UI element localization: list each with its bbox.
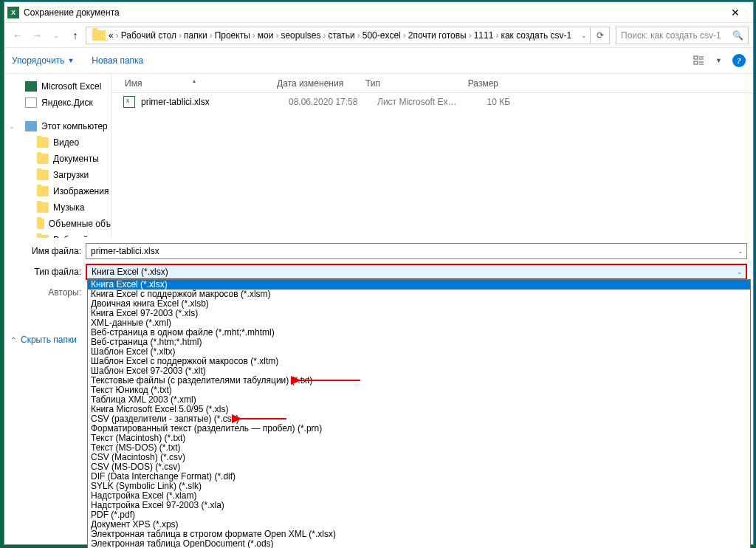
column-headers: Имя▴ Дата изменения Тип Размер <box>111 74 753 93</box>
filetype-dropdown[interactable]: Книга Excel (*.xlsx)Книга Excel с поддер… <box>87 279 751 548</box>
chevron-up-icon: ⌃ <box>10 336 16 344</box>
file-row[interactable]: primer-tablici.xlsx 08.06.2020 17:58 Лис… <box>111 93 753 111</box>
sidebar-folder[interactable]: Загрузки <box>4 167 111 183</box>
filetype-option[interactable]: Текст (MS-DOS) (*.txt) <box>88 443 750 453</box>
folder-icon <box>37 186 49 196</box>
sidebar-folder[interactable]: Музыка <box>4 199 111 216</box>
folder-icon <box>37 137 49 148</box>
folder-icon <box>37 235 49 238</box>
breadcrumb-item[interactable]: seopulses <box>281 30 320 41</box>
filetype-option[interactable]: CSV (MS-DOS) (*.csv) <box>88 462 750 472</box>
filetype-option[interactable]: Надстройка Excel (*.xlam) <box>88 491 750 501</box>
refresh-button[interactable]: ⟳ <box>591 27 610 44</box>
filetype-option[interactable]: Шаблон Excel (*.xltx) <box>88 347 750 357</box>
breadcrumb-separator: › <box>275 30 278 41</box>
breadcrumb-separator: › <box>210 30 213 41</box>
filetype-option[interactable]: CSV (Macintosh) (*.csv) <box>88 453 750 462</box>
breadcrumb-item[interactable]: 500-excel <box>362 30 401 41</box>
breadcrumb-item[interactable]: статьи <box>328 30 354 41</box>
chevron-down-icon[interactable]: ⌄ <box>738 247 743 255</box>
forward-button[interactable]: → <box>28 27 46 44</box>
filetype-option[interactable]: CSV (разделители - запятые) (*.csv) <box>88 414 750 424</box>
breadcrumb-item[interactable]: 2почти готовы <box>408 30 467 41</box>
filetype-option[interactable]: Веб-страница в одном файле (*.mht;*.mhtm… <box>88 328 750 338</box>
filetype-option[interactable]: Таблица XML 2003 (*.xml) <box>88 395 750 405</box>
search-input[interactable]: Поиск: как создать csv-1 🔍 <box>616 27 749 44</box>
breadcrumb-item[interactable]: Рабочий стол <box>121 30 176 41</box>
sidebar-folder[interactable]: Изображения <box>4 183 111 199</box>
folder-icon <box>37 202 49 213</box>
folder-icon <box>37 219 44 229</box>
folder-icon <box>92 30 106 41</box>
search-placeholder: Поиск: как создать csv-1 <box>621 30 721 41</box>
filetype-option[interactable]: Шаблон Excel 97-2003 (*.xlt) <box>88 366 750 376</box>
filetype-option[interactable]: Форматированный текст (разделитель — про… <box>88 424 750 434</box>
breadcrumb-separator: › <box>403 30 406 41</box>
sidebar-folder[interactable]: Документы <box>4 151 111 167</box>
back-button[interactable]: ← <box>9 27 27 44</box>
filetype-option[interactable]: DIF (Data Interchange Format) (*.dif) <box>88 472 750 482</box>
excel-icon <box>25 81 37 92</box>
breadcrumb-item[interactable]: мои <box>258 30 274 41</box>
breadcrumb-item[interactable]: Проекты <box>215 30 250 41</box>
breadcrumb-separator: › <box>179 30 182 41</box>
filename-label: Имя файла: <box>4 246 86 256</box>
sidebar-folder[interactable]: Видео <box>4 134 111 151</box>
view-dropdown[interactable]: ▼ <box>715 57 722 64</box>
col-size[interactable]: Размер <box>447 78 498 89</box>
chevron-down-icon[interactable]: ⌄ <box>737 268 743 275</box>
breadcrumb-separator: › <box>469 30 472 41</box>
filetype-option[interactable]: Текстовые файлы (с разделителями табуляц… <box>88 376 750 386</box>
recent-button[interactable]: ⌄ <box>47 27 65 44</box>
filetype-option[interactable]: Электронная таблица в строгом формате Op… <box>88 530 750 539</box>
help-button[interactable]: ? <box>732 54 746 67</box>
breadcrumb-item[interactable]: как создать csv-1 <box>501 30 571 41</box>
sidebar-folder[interactable]: Объемные объ <box>4 216 111 232</box>
sidebar-item[interactable]: Яндекс.Диск <box>4 95 111 111</box>
filename-input[interactable]: primer-tablici.xlsx ⌄ <box>86 243 747 259</box>
xlsx-file-icon <box>123 96 135 108</box>
svg-rect-0 <box>694 56 698 59</box>
filetype-option[interactable]: Книга Excel (*.xlsx) <box>88 280 750 290</box>
col-name[interactable]: Имя▴ <box>111 78 277 89</box>
filetype-option[interactable]: Двоичная книга Excel (*.xlsb) <box>88 299 750 309</box>
breadcrumb-separator: › <box>357 30 360 41</box>
sidebar-folder[interactable]: Рабочий стол <box>4 232 111 238</box>
breadcrumb-item[interactable]: папки <box>184 30 207 41</box>
navigation-bar: ← → ⌄ ↑ « ›Рабочий стол›папки›Проекты›мо… <box>4 23 753 47</box>
filetype-option[interactable]: Текст Юникод (*.txt) <box>88 386 750 395</box>
filetype-option[interactable]: Шаблон Excel с поддержкой макросов (*.xl… <box>88 357 750 366</box>
filetype-option[interactable]: PDF (*.pdf) <box>88 510 750 520</box>
filetype-option[interactable]: Книга Excel 97-2003 (*.xls) <box>88 309 750 318</box>
folder-icon <box>37 154 49 164</box>
filetype-option[interactable]: Веб-страница (*.htm;*.html) <box>88 338 750 347</box>
filetype-option[interactable]: Текст (Macintosh) (*.txt) <box>88 434 750 443</box>
filetype-option[interactable]: XML-данные (*.xml) <box>88 318 750 328</box>
filetype-option[interactable]: Электронная таблица OpenDocument (*.ods) <box>88 539 750 548</box>
yd-icon <box>25 97 37 108</box>
col-type[interactable]: Тип <box>365 78 447 89</box>
breadcrumb-separator: › <box>495 30 498 41</box>
filetype-option[interactable]: Книга Microsoft Excel 5.0/95 (*.xls) <box>88 405 750 414</box>
svg-rect-1 <box>694 61 698 64</box>
up-button[interactable]: ↑ <box>66 27 84 44</box>
breadcrumb-dropdown[interactable]: ⌄ <box>581 32 587 39</box>
view-options-button[interactable] <box>693 55 705 66</box>
filetype-option[interactable]: SYLK (Symbolic Link) (*.slk) <box>88 482 750 491</box>
file-list: Имя▴ Дата изменения Тип Размер primer-ta… <box>111 74 753 238</box>
organize-button[interactable]: Упорядочить ▼ <box>12 55 74 66</box>
col-date[interactable]: Дата изменения <box>277 78 365 89</box>
filetype-select[interactable]: Книга Excel (*.xlsx) ⌄ <box>86 264 747 280</box>
search-icon: 🔍 <box>732 30 743 41</box>
filetype-option[interactable]: Книга Excel с поддержкой макросов (*.xls… <box>88 290 750 299</box>
breadcrumb-item[interactable]: 1111 <box>474 30 494 41</box>
expand-icon[interactable]: ⌄ <box>9 123 15 130</box>
close-button[interactable]: ✕ <box>721 4 750 21</box>
breadcrumb-bar[interactable]: « ›Рабочий стол›папки›Проекты›мои›seopul… <box>86 27 591 44</box>
sidebar-this-pc[interactable]: ⌄ Этот компьютер <box>4 118 111 134</box>
filetype-option[interactable]: Надстройка Excel 97-2003 (*.xla) <box>88 501 750 510</box>
filetype-option[interactable]: Документ XPS (*.xps) <box>88 520 750 530</box>
new-folder-button[interactable]: Новая папка <box>92 55 143 66</box>
sidebar-item[interactable]: Microsoft Excel <box>4 78 111 95</box>
hide-folders-button[interactable]: ⌃ Скрыть папки <box>6 332 81 347</box>
